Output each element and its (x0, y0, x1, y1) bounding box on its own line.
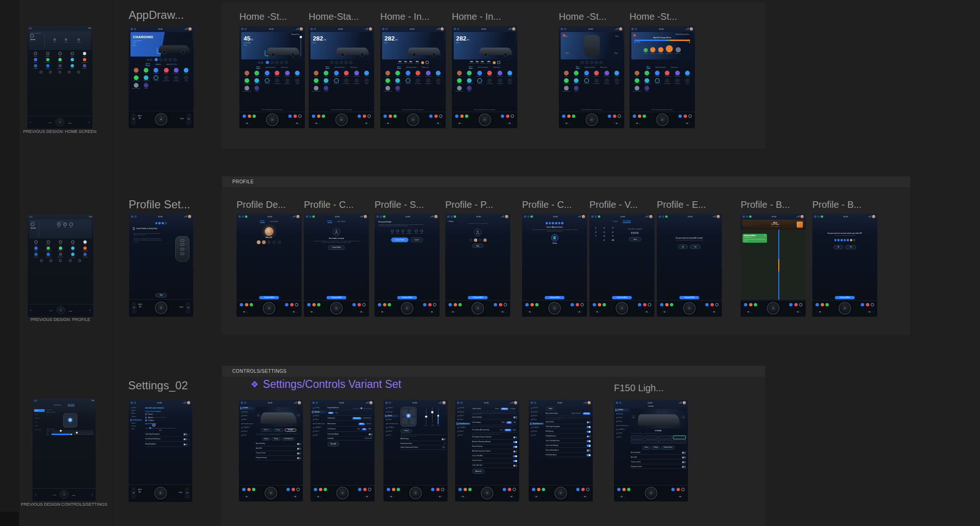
toggle[interactable] (183, 433, 188, 436)
segment-option[interactable]: Intelligent (509, 408, 517, 410)
sidebar-item-voice[interactable]: Voice (312, 434, 326, 437)
sidebar-item-vehicle[interactable]: Vehicle (457, 430, 471, 433)
feature-button[interactable] (631, 440, 644, 444)
sidebar-clock[interactable]: Clock (34, 413, 45, 416)
frame-title-p7[interactable]: Profile - E... (657, 199, 706, 210)
frame-settings-driver-assist[interactable]: 10:30ControlsGeneralSoundPhoneDriver Ass… (455, 400, 519, 501)
frame-home-5[interactable]: 10:30×35 psi35 psi17 psi35 psiAppsEntert… (559, 26, 624, 128)
pill-onboard-scales[interactable]: Onboard Scales (661, 446, 675, 450)
feature-button[interactable] (645, 436, 658, 439)
thumb-previous-home-screen[interactable]: 3:00GOOD AFTERNOONJason›DaysLifetimeEV S… (27, 26, 92, 129)
skip-button[interactable]: Skip (472, 244, 483, 248)
thumb-previous-profile[interactable]: 3:00MANAGEJasonCHANGE TOSSarahKKatieGues… (28, 214, 93, 317)
sidebar-sound[interactable]: Sound (34, 409, 45, 412)
section-header-profile[interactable]: PROFILE (222, 176, 910, 187)
sidebar-item-driver-assistance[interactable]: Driver Assistance (312, 422, 326, 425)
back-photo-label[interactable]: ‹ Photo (448, 221, 453, 222)
key-7[interactable]: 7 (595, 235, 596, 237)
toggle[interactable] (297, 443, 301, 445)
lock-button[interactable]: ⊙ (297, 413, 300, 417)
toggle[interactable] (513, 455, 517, 458)
lock-button[interactable]: ⊙ (682, 415, 685, 419)
sidebar-item-voice[interactable]: Voice (240, 434, 254, 437)
pill-sounds[interactable]: Sounds (262, 437, 271, 441)
rail-item-driver-assistance[interactable]: Driver Assistance (131, 419, 143, 421)
balance-position-dot[interactable] (407, 414, 410, 418)
toggle[interactable] (183, 438, 188, 441)
sidebar-item-phone[interactable]: Phone (457, 419, 471, 421)
create-profile-button[interactable]: Create Profile (328, 246, 345, 250)
sidebar-driver-assist[interactable]: Driver Assist (34, 428, 45, 431)
frame-home-2[interactable]: 10:30282mi85 %AppsEntertainmentShortcuts… (309, 26, 374, 128)
sidebar-item-controls[interactable]: Controls (530, 407, 544, 410)
key-8[interactable]: 8 (604, 235, 604, 237)
frame-settings-driver-assist-advanced[interactable]: 10:30ControlsGeneralSoundPhoneDriver Ass… (529, 400, 593, 501)
segment-option[interactable]: Delay 5 Seconds (570, 412, 582, 415)
pill-zones[interactable]: Zones (642, 446, 650, 450)
nav-banner-pill[interactable]: Oakwood Blvd (679, 296, 699, 299)
segment-option[interactable]: Alert (501, 421, 506, 424)
mode-whisper[interactable]: Whisper (261, 428, 272, 432)
toggle[interactable] (513, 446, 517, 448)
sidebar-item-vehicle[interactable]: Vehicle (240, 430, 254, 433)
eq-track[interactable] (426, 408, 426, 424)
nav-banner-pill[interactable]: Oakwood Blvd (397, 296, 416, 299)
thumb-previous-controls[interactable]: 3:00CONTROLSSETTINGSSoundClockBluetoothP… (33, 398, 96, 501)
segment-option[interactable]: Low (499, 429, 504, 431)
sidebar-item-driver-assistance[interactable]: Driver Assistance (240, 422, 254, 425)
frame-home-4[interactable]: 10:30282mi85 %40%Conditioned30mRates28mD… (452, 26, 517, 128)
sidebar-phone[interactable]: Phone (34, 421, 45, 424)
headlight-button[interactable]: ⊙ (257, 413, 260, 417)
sidebar-item-sound[interactable]: Sound (240, 415, 254, 418)
sidebar-bluetooth[interactable]: Bluetooth (34, 417, 45, 419)
sidebar-item-voice[interactable]: Voice (530, 434, 544, 437)
toggle[interactable] (297, 448, 301, 450)
slider-track[interactable] (51, 431, 94, 431)
sidebar-item-sound[interactable]: Sound (385, 415, 399, 418)
sidebar-item-vehicle[interactable]: Vehicle (615, 432, 629, 435)
segment-option[interactable]: Fahrenheit (F) (362, 417, 372, 419)
frame-title-home-5[interactable]: Home -St... (559, 11, 606, 22)
segment-option[interactable]: Imperial (365, 423, 372, 425)
frame-profile-exit[interactable]: 10:30Do you want to exit profile setup?Y… (657, 214, 722, 317)
no-button[interactable]: No (678, 245, 688, 249)
feature-button[interactable] (673, 440, 686, 444)
key-1[interactable]: 1 (595, 227, 596, 229)
segment-option[interactable]: No Delay (583, 412, 591, 415)
toggle[interactable] (513, 436, 517, 439)
frame-profile-complete[interactable]: 10:30You're Almost Done!Please wait whil… (522, 214, 587, 317)
sidebar-radio[interactable]: Radio (34, 425, 45, 427)
toggle[interactable] (587, 440, 591, 443)
sidebar-item-general[interactable]: General (240, 411, 254, 413)
frame-appdrawer[interactable]: 10:30CHARGING29 min remaining285 mi96 %5… (129, 26, 194, 128)
tab-controls[interactable]: CONTROLS (54, 404, 61, 406)
frame-title-p1[interactable]: Profile De... (237, 199, 286, 210)
sidebar-item-vehicle[interactable]: Vehicle (385, 430, 399, 433)
drive-mode-button[interactable]: △ (277, 407, 280, 411)
yes-button[interactable]: Yes (690, 245, 701, 249)
radio-button[interactable] (145, 419, 147, 421)
sidebar-item-controls[interactable]: Controls (385, 407, 399, 410)
sidebar-item-vehicle[interactable]: Vehicle (312, 430, 326, 433)
frame-title-profile-set[interactable]: Profile Set... (129, 198, 190, 211)
profile-option-sarah[interactable]: SSarah (57, 222, 61, 228)
sidebar-item-phone[interactable]: Phone (240, 419, 254, 421)
slider-track[interactable] (353, 408, 372, 409)
sidebar-item-general[interactable]: General (385, 411, 399, 413)
sidebar-item-sound[interactable]: Sound (457, 415, 471, 418)
feature-button[interactable] (659, 440, 672, 444)
toggle[interactable] (682, 452, 686, 454)
cancel-button[interactable]: Cancel (410, 238, 423, 242)
radio-button[interactable] (145, 417, 147, 419)
sidebar-item-controls[interactable]: Controls (312, 407, 326, 410)
feature-button[interactable] (631, 436, 644, 439)
segment-option[interactable]: Aid (512, 421, 517, 424)
tolerance-slider[interactable] (145, 428, 175, 428)
feature-button[interactable] (645, 440, 658, 444)
toggle[interactable] (513, 416, 517, 419)
toggle[interactable] (513, 460, 517, 462)
segment-option[interactable]: Celsius (C) (352, 417, 361, 419)
segment-option[interactable]: Adaptive (501, 408, 508, 410)
sidebar-item-voice[interactable]: Voice (457, 434, 471, 437)
frame-title-p5[interactable]: Profile - C... (522, 199, 572, 210)
